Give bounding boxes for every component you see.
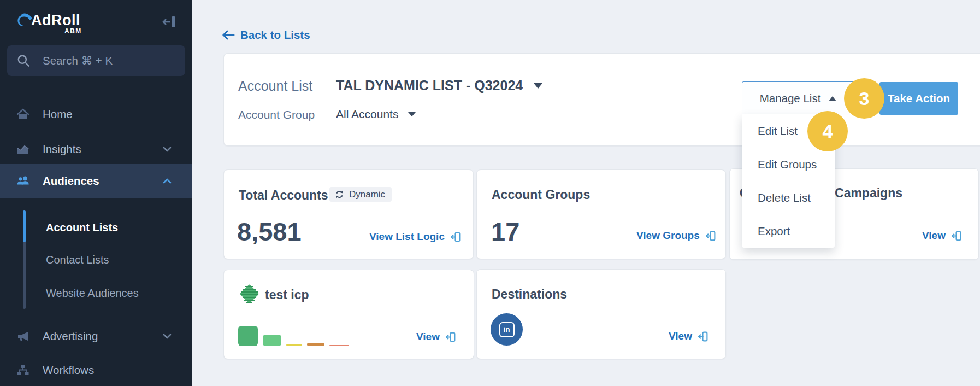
export-menu-item[interactable]: Export <box>742 214 835 248</box>
take-action-label: Take Action <box>888 92 950 105</box>
sidebar-item-label: Workflows <box>43 364 94 377</box>
account-group-selector[interactable]: All Accounts <box>336 108 416 121</box>
sidebar-item-contact-lists[interactable]: Contact Lists <box>46 252 109 268</box>
view-ads-campaigns-label: View <box>922 230 946 242</box>
chevron-down-icon <box>408 112 416 116</box>
sidebar-item-advertising[interactable]: Advertising <box>0 321 192 352</box>
linkedin-icon: in <box>491 313 523 346</box>
audiences-icon <box>16 175 29 187</box>
view-icp-link[interactable]: View <box>416 331 456 343</box>
destinations-title: Destinations <box>492 287 567 302</box>
home-icon <box>16 108 29 120</box>
take-action-button[interactable]: Take Action <box>879 82 958 115</box>
submenu-active-indicator <box>23 210 26 242</box>
view-destinations-link[interactable]: View <box>669 330 709 342</box>
total-accounts-value: 8,581 <box>237 217 302 247</box>
insights-icon <box>16 143 29 155</box>
chevron-up-icon <box>829 96 836 101</box>
brand-name: AdRoll <box>31 12 80 29</box>
sidebar-item-label: Advertising <box>43 330 98 343</box>
exit-view-icon <box>697 331 709 342</box>
sidebar-item-label: Audiences <box>43 174 99 188</box>
annotation-badge-3: 3 <box>844 78 884 119</box>
chevron-down-icon <box>163 334 172 339</box>
icp-bar <box>307 343 324 346</box>
dynamic-badge: Dynamic <box>329 187 392 202</box>
exit-view-icon <box>450 231 461 243</box>
view-groups-link[interactable]: View Groups <box>636 230 716 242</box>
back-link-label: Back to Lists <box>240 28 310 42</box>
sidebar-item-audiences[interactable]: Audiences <box>0 164 192 198</box>
manage-list-label: Manage List <box>760 92 821 105</box>
annotation-badge-4: 4 <box>807 111 848 151</box>
view-ads-campaigns-link[interactable]: View <box>922 230 962 242</box>
icp-title: test icp <box>265 288 309 302</box>
exit-view-icon <box>705 230 716 242</box>
search-input[interactable]: Search ⌘ + K <box>7 45 185 76</box>
view-list-logic-link[interactable]: View List Logic <box>369 231 461 243</box>
back-to-lists-link[interactable]: Back to Lists <box>222 27 310 43</box>
view-icp-label: View <box>416 331 440 343</box>
sidebar-item-label: Insights <box>43 143 81 156</box>
exit-view-icon <box>951 230 962 242</box>
sidebar-item-label: Home <box>43 108 73 121</box>
brand-sub-label: ABM <box>64 27 82 35</box>
adroll-logo-icon <box>15 12 32 30</box>
sidebar-subitem-label: Account Lists <box>46 221 118 234</box>
chevron-up-icon <box>163 178 172 184</box>
workflows-icon <box>16 364 29 376</box>
icp-diamond-icon <box>237 282 261 307</box>
advertising-icon <box>16 330 29 342</box>
icp-bar <box>286 344 302 346</box>
manage-list-button[interactable]: Manage List <box>742 81 854 115</box>
view-groups-label: View Groups <box>636 230 700 242</box>
sidebar-item-account-lists[interactable]: Account Lists <box>46 219 118 236</box>
icp-bar <box>263 335 281 346</box>
collapse-arrow-icon <box>160 15 179 28</box>
back-arrow-icon <box>222 30 235 40</box>
dynamic-badge-label: Dynamic <box>349 189 385 200</box>
account-list-name: TAL DYNAMIC LIST - Q32024 <box>336 78 523 93</box>
sidebar-item-insights[interactable]: Insights <box>0 134 192 165</box>
linkedin-in-glyph: in <box>499 322 515 337</box>
sidebar-item-workflows[interactable]: Workflows <box>0 355 192 385</box>
search-placeholder: Search ⌘ + K <box>43 54 113 67</box>
search-icon <box>16 54 31 68</box>
account-group-label: Account Group <box>238 108 315 121</box>
account-list-selector[interactable]: TAL DYNAMIC LIST - Q32024 <box>336 78 542 93</box>
icp-bar <box>238 326 258 346</box>
account-groups-value: 17 <box>491 217 519 247</box>
sidebar: AdRoll ABM Search ⌘ + K <box>0 0 192 386</box>
chevron-down-icon <box>163 147 172 152</box>
refresh-icon <box>335 190 344 199</box>
account-group-value: All Accounts <box>336 108 398 121</box>
sidebar-subitem-label: Contact Lists <box>46 254 109 266</box>
view-destinations-label: View <box>669 330 692 342</box>
destinations-card <box>476 269 726 359</box>
total-accounts-title: Total Accounts <box>239 188 328 203</box>
chevron-down-icon <box>534 83 542 89</box>
sidebar-subitem-label: Website Audiences <box>46 287 139 300</box>
sidebar-item-website-audiences[interactable]: Website Audiences <box>46 285 139 301</box>
delete-list-menu-item[interactable]: Delete List <box>742 181 835 214</box>
account-list-label: Account List <box>238 78 312 94</box>
view-list-logic-label: View List Logic <box>369 231 445 243</box>
account-groups-title: Account Groups <box>492 188 590 202</box>
sidebar-collapse-button[interactable] <box>158 14 180 30</box>
sidebar-item-home[interactable]: Home <box>0 99 192 130</box>
icp-bar <box>329 345 349 347</box>
edit-groups-menu-item[interactable]: Edit Groups <box>742 148 835 181</box>
icp-mini-bar-chart <box>238 326 358 346</box>
exit-view-icon <box>445 331 456 343</box>
app-root: AdRoll ABM Search ⌘ + K <box>0 0 980 386</box>
